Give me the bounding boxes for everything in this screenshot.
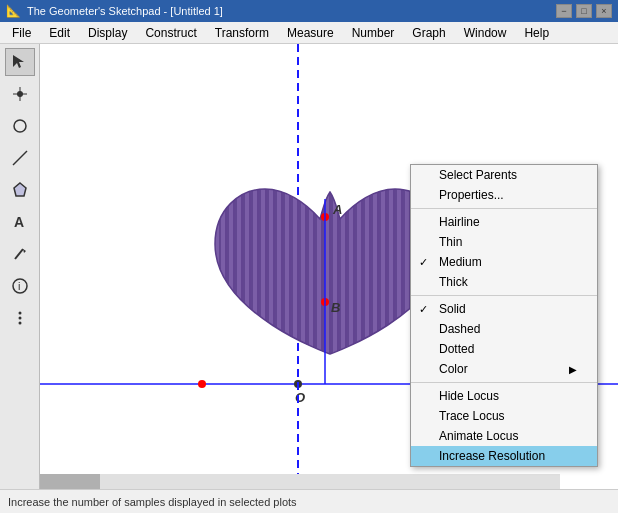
- toolbar: A i: [0, 44, 40, 489]
- ctx-color-arrow: ▶: [569, 364, 577, 375]
- svg-text:B: B: [331, 300, 340, 315]
- ctx-hide-locus-label: Hide Locus: [439, 389, 499, 403]
- svg-point-4: [14, 120, 26, 132]
- info-tool[interactable]: i: [5, 272, 35, 300]
- svg-rect-56: [40, 474, 100, 489]
- svg-text:i: i: [18, 280, 20, 292]
- svg-point-12: [18, 312, 21, 315]
- ctx-sep-2: [411, 295, 597, 296]
- ctx-select-parents-label: Select Parents: [439, 168, 517, 182]
- line-tool[interactable]: [5, 144, 35, 172]
- ctx-medium-label: Medium: [439, 255, 482, 269]
- svg-line-5: [13, 151, 27, 165]
- point-tool[interactable]: [5, 80, 35, 108]
- circle-tool[interactable]: [5, 112, 35, 140]
- svg-text:A: A: [332, 202, 342, 217]
- ctx-hairline[interactable]: Hairline: [411, 212, 597, 232]
- ctx-dashed[interactable]: Dashed: [411, 319, 597, 339]
- maximize-button[interactable]: □: [576, 4, 592, 18]
- select-tool[interactable]: [5, 48, 35, 76]
- svg-rect-55: [40, 474, 560, 489]
- ctx-thick[interactable]: Thick: [411, 272, 597, 292]
- minimize-button[interactable]: −: [556, 4, 572, 18]
- marker-tool[interactable]: [5, 240, 35, 268]
- title-bar-controls: − □ ×: [556, 4, 612, 18]
- menu-measure[interactable]: Measure: [279, 24, 342, 42]
- menu-transform[interactable]: Transform: [207, 24, 277, 42]
- svg-text:O: O: [295, 390, 305, 405]
- status-bar: Increase the number of samples displayed…: [0, 489, 618, 513]
- ctx-sep-1: [411, 208, 597, 209]
- menu-graph[interactable]: Graph: [404, 24, 453, 42]
- ctx-animate-locus-label: Animate Locus: [439, 429, 518, 443]
- ctx-dashed-label: Dashed: [439, 322, 480, 336]
- svg-point-17: [198, 380, 206, 388]
- menu-help[interactable]: Help: [516, 24, 557, 42]
- ctx-hide-locus[interactable]: Hide Locus: [411, 386, 597, 406]
- title-text: The Geometer's Sketchpad - [Untitled 1]: [27, 5, 223, 17]
- status-text: Increase the number of samples displayed…: [8, 496, 297, 508]
- ctx-increase-resolution-label: Increase Resolution: [439, 449, 545, 463]
- svg-marker-0: [13, 55, 24, 68]
- ctx-thick-label: Thick: [439, 275, 468, 289]
- menu-edit[interactable]: Edit: [41, 24, 78, 42]
- menu-bar: File Edit Display Construct Transform Me…: [0, 22, 618, 44]
- ctx-thin[interactable]: Thin: [411, 232, 597, 252]
- close-button[interactable]: ×: [596, 4, 612, 18]
- ctx-thin-label: Thin: [439, 235, 462, 249]
- svg-marker-9: [23, 249, 26, 253]
- ctx-solid-label: Solid: [439, 302, 466, 316]
- menu-display[interactable]: Display: [80, 24, 135, 42]
- ctx-solid-check: ✓: [419, 303, 428, 316]
- ctx-sep-3: [411, 382, 597, 383]
- title-bar-left: 📐 The Geometer's Sketchpad - [Untitled 1…: [6, 4, 223, 18]
- polygon-tool[interactable]: [5, 176, 35, 204]
- context-menu: Select Parents Properties... Hairline Th…: [410, 164, 598, 467]
- ctx-select-parents[interactable]: Select Parents: [411, 165, 597, 185]
- svg-line-8: [15, 249, 23, 259]
- menu-file[interactable]: File: [4, 24, 39, 42]
- ctx-properties-label: Properties...: [439, 188, 504, 202]
- ctx-trace-locus[interactable]: Trace Locus: [411, 406, 597, 426]
- ctx-dotted-label: Dotted: [439, 342, 474, 356]
- ctx-medium[interactable]: ✓ Medium: [411, 252, 597, 272]
- ctx-trace-locus-label: Trace Locus: [439, 409, 505, 423]
- title-bar: 📐 The Geometer's Sketchpad - [Untitled 1…: [0, 0, 618, 22]
- ctx-solid[interactable]: ✓ Solid: [411, 299, 597, 319]
- ctx-color-label: Color: [439, 362, 468, 376]
- menu-construct[interactable]: Construct: [137, 24, 204, 42]
- ctx-properties[interactable]: Properties...: [411, 185, 597, 205]
- svg-point-13: [18, 317, 21, 320]
- ctx-increase-resolution[interactable]: Increase Resolution: [411, 446, 597, 466]
- text-tool[interactable]: A: [5, 208, 35, 236]
- svg-marker-6: [14, 183, 26, 196]
- canvas-area[interactable]: O: [40, 44, 618, 489]
- menu-number[interactable]: Number: [344, 24, 403, 42]
- app-icon: 📐: [6, 4, 21, 18]
- ctx-hairline-label: Hairline: [439, 215, 480, 229]
- custom-tool[interactable]: [5, 304, 35, 332]
- ctx-medium-check: ✓: [419, 256, 428, 269]
- svg-text:A: A: [14, 214, 24, 230]
- ctx-color[interactable]: Color ▶: [411, 359, 597, 379]
- ctx-animate-locus[interactable]: Animate Locus: [411, 426, 597, 446]
- menu-window[interactable]: Window: [456, 24, 515, 42]
- app-body: A i O: [0, 44, 618, 489]
- ctx-dotted[interactable]: Dotted: [411, 339, 597, 359]
- svg-point-14: [18, 322, 21, 325]
